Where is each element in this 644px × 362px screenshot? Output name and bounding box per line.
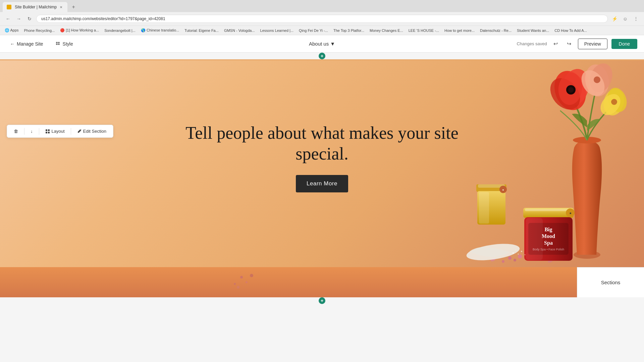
svg-point-57 bbox=[234, 283, 236, 285]
header-left: ← Manage Site Style bbox=[7, 39, 76, 49]
forward-button[interactable]: → bbox=[15, 15, 23, 23]
edit-section-label: Edit Section bbox=[83, 129, 106, 134]
header-right: Changes saved ↩ ↪ Preview Done bbox=[517, 39, 637, 49]
svg-point-28 bbox=[490, 258, 496, 262]
band-decoration bbox=[0, 267, 644, 297]
bottom-section-marker[interactable]: + bbox=[0, 297, 644, 304]
back-button[interactable]: ← bbox=[4, 15, 12, 23]
bookmark-14[interactable]: Student Wants an... bbox=[515, 28, 551, 33]
hero-content: Tell people about what makes your site s… bbox=[0, 60, 644, 255]
svg-rect-1 bbox=[48, 129, 50, 131]
learn-more-button[interactable]: Learn More bbox=[296, 175, 348, 192]
svg-rect-3 bbox=[48, 132, 50, 133]
address-bar: ← → ↻ us17.admin.mailchimp.com/websites/… bbox=[0, 12, 644, 25]
header-center: About us ▼ bbox=[309, 41, 335, 47]
svg-point-21 bbox=[514, 259, 516, 261]
editor-header: ← Manage Site Style About us ▼ Changes s… bbox=[0, 35, 644, 53]
svg-rect-2 bbox=[46, 132, 47, 133]
add-section-bottom-button[interactable]: + bbox=[319, 297, 325, 304]
bookmark-1[interactable]: Phone Recycling... bbox=[22, 28, 57, 33]
top-section-marker[interactable]: + bbox=[0, 53, 644, 59]
bookmark-9[interactable]: The Top 3 Platfor... bbox=[331, 28, 366, 33]
profile-button[interactable]: ☺ bbox=[621, 15, 629, 23]
svg-point-30 bbox=[548, 260, 553, 263]
bookmark-8[interactable]: Qing Fei De Yi -... bbox=[297, 28, 330, 33]
preview-button[interactable]: Preview bbox=[578, 39, 607, 49]
style-button[interactable]: Style bbox=[52, 39, 76, 49]
tab-favicon bbox=[7, 5, 11, 9]
sections-panel[interactable]: Sections bbox=[577, 267, 644, 297]
svg-point-54 bbox=[240, 276, 243, 279]
svg-point-55 bbox=[246, 281, 248, 283]
svg-point-29 bbox=[534, 256, 539, 259]
new-tab-button[interactable]: + bbox=[69, 2, 78, 12]
bookmark-7[interactable]: Lessons Learned |... bbox=[258, 28, 296, 33]
back-arrow-icon: ← bbox=[10, 41, 15, 47]
menu-button[interactable]: ⋮ bbox=[632, 15, 640, 23]
move-down-button[interactable]: ↓ bbox=[27, 127, 36, 135]
bookmark-apps[interactable]: 🌐 Apps bbox=[3, 27, 21, 33]
svg-point-58 bbox=[237, 286, 239, 289]
toolbar-divider-3 bbox=[71, 128, 71, 135]
done-button[interactable]: Done bbox=[611, 39, 637, 49]
svg-point-20 bbox=[508, 256, 512, 260]
layout-icon bbox=[45, 129, 50, 134]
hero-title: Tell people about what makes your site s… bbox=[184, 123, 460, 165]
extensions-button[interactable]: ⚡ bbox=[610, 15, 619, 23]
style-label: Style bbox=[63, 41, 73, 47]
refresh-button[interactable]: ↻ bbox=[25, 15, 34, 23]
bookmark-4[interactable]: 🌎 Chinese translatio... bbox=[139, 27, 181, 33]
delete-section-button[interactable]: 🗑 bbox=[10, 127, 21, 135]
tab-bar: Site Builder | Mailchimp ✕ + bbox=[0, 0, 644, 12]
sections-label: Sections bbox=[601, 280, 621, 285]
browser-chrome: Site Builder | Mailchimp ✕ + ← → ↻ us17.… bbox=[0, 0, 644, 35]
bookmark-15[interactable]: CD How To Add A... bbox=[552, 28, 589, 33]
bookmark-6[interactable]: GMSN - Vologda... bbox=[222, 28, 257, 33]
manage-site-label: Manage Site bbox=[17, 41, 43, 47]
move-down-icon: ↓ bbox=[31, 129, 33, 134]
changes-saved-status: Changes saved bbox=[517, 41, 547, 46]
dropdown-chevron-icon: ▼ bbox=[330, 41, 335, 47]
edit-section-button[interactable]: Edit Section bbox=[74, 127, 110, 135]
svg-rect-0 bbox=[46, 129, 47, 131]
tab-title: Site Builder | Mailchimp bbox=[15, 5, 57, 9]
redo-button[interactable]: ↪ bbox=[565, 39, 574, 49]
undo-button[interactable]: ↩ bbox=[551, 39, 560, 49]
tab-close-button[interactable]: ✕ bbox=[59, 5, 63, 9]
page-name-text: About us bbox=[309, 41, 329, 47]
layout-button[interactable]: Layout bbox=[42, 127, 68, 135]
bookmark-11[interactable]: LEE 'S HOUSE -... bbox=[407, 28, 441, 33]
url-bar[interactable]: us17.admin.mailchimp.com/websites/editor… bbox=[36, 15, 608, 23]
trash-icon: 🗑 bbox=[14, 129, 18, 134]
hero-section: Big Mood Spa Body Spa • Face Polish ★ ● bbox=[0, 59, 644, 267]
bookmark-12[interactable]: How to get more... bbox=[442, 28, 477, 33]
toolbar-divider bbox=[24, 128, 24, 135]
bottom-band: Sections bbox=[0, 267, 644, 297]
manage-site-button[interactable]: ← Manage Site bbox=[7, 39, 47, 49]
editor-toolbar: 🗑 ↓ Layout Edit Section bbox=[7, 125, 113, 138]
svg-point-23 bbox=[502, 260, 504, 263]
bookmark-10[interactable]: Money Changes E... bbox=[368, 28, 405, 33]
active-tab[interactable]: Site Builder | Mailchimp ✕ bbox=[3, 2, 67, 12]
bookmark-13[interactable]: Datenschutz - Re... bbox=[478, 28, 514, 33]
bookmark-5[interactable]: Tutorial: Eigene Fa... bbox=[182, 28, 221, 33]
svg-point-22 bbox=[518, 254, 522, 258]
bookmark-3[interactable]: Sonderangebolt |... bbox=[102, 28, 138, 33]
toolbar-divider-2 bbox=[39, 128, 39, 135]
url-text: us17.admin.mailchimp.com/websites/editor… bbox=[41, 16, 165, 21]
svg-point-24 bbox=[528, 257, 532, 260]
add-section-top-button[interactable]: + bbox=[319, 53, 325, 59]
pencil-icon bbox=[77, 129, 82, 133]
bookmarks-bar: 🌐 Apps Phone Recycling... 🔴 [1] How Work… bbox=[0, 25, 644, 35]
page-name-dropdown[interactable]: About us ▼ bbox=[309, 41, 335, 47]
layout-label: Layout bbox=[52, 129, 65, 134]
bookmark-2[interactable]: 🔴 [1] How Working a... bbox=[58, 27, 101, 33]
svg-point-56 bbox=[250, 274, 253, 277]
style-icon bbox=[55, 41, 61, 47]
